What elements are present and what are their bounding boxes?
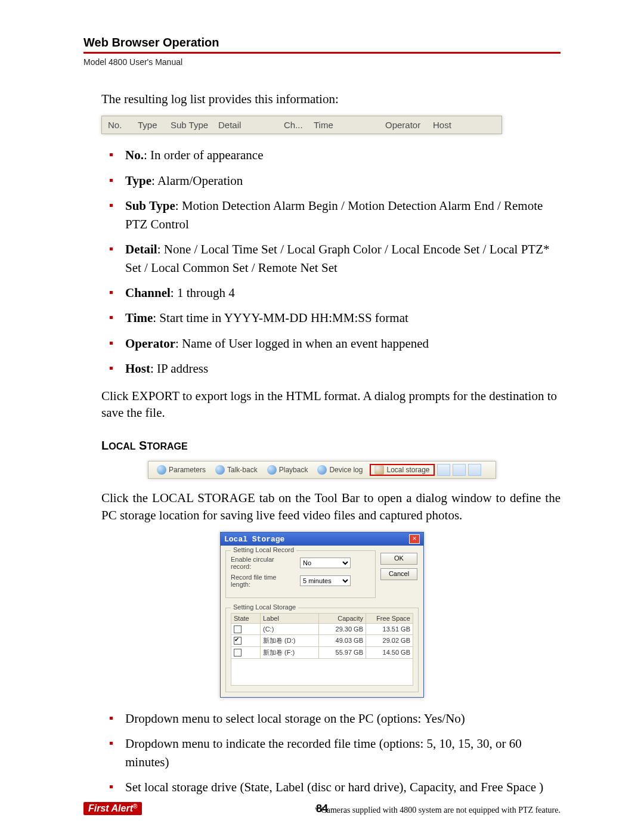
record-length-label: Record file time length:: [231, 574, 296, 588]
drive-free: 14.50 GB: [366, 646, 413, 658]
group-legend: Setting Local Record: [231, 546, 296, 553]
ok-button[interactable]: OK: [380, 553, 417, 565]
group-legend: Setting Local Storage: [231, 603, 298, 611]
list-item: Set local storage drive (State, Label (d…: [119, 778, 561, 796]
table-row: 新加卷 (D:) 49.03 GB 29.02 GB: [231, 634, 413, 646]
drive-label: 新加卷 (D:): [261, 634, 319, 646]
first-alert-logo: First Alert®: [83, 802, 142, 815]
col-capacity: Capacity: [319, 614, 366, 624]
list-item: Detail: None / Local Time Set / Local Gr…: [119, 240, 561, 277]
drive-label: 新加卷 (F:): [261, 646, 319, 658]
dialog-title: Local Storage: [224, 535, 284, 544]
col-free: Free Space: [366, 614, 413, 624]
globe-icon: [157, 465, 166, 475]
toolbar-view-icons: [437, 464, 481, 476]
drive-capacity: 55.97 GB: [319, 646, 366, 658]
header-rule: [83, 52, 561, 54]
page-number: 84: [316, 803, 328, 815]
local-storage-heading: LOCAL STORAGE: [101, 439, 561, 453]
toolbar-parameters[interactable]: Parameters: [152, 464, 210, 476]
storage-table: State Label Capacity Free Space (C:) 29.…: [231, 613, 413, 686]
col-subtype: Sub Type: [171, 120, 218, 130]
col-label: Label: [261, 614, 319, 624]
intro-paragraph: The resulting log list provides this inf…: [83, 91, 561, 107]
toolbar-screenshot: Parameters Talk-back Playback Device log…: [148, 461, 496, 479]
col-host: Host: [433, 120, 469, 130]
setting-local-storage-group: Setting Local Storage State Label Capaci…: [225, 608, 419, 692]
col-no: No.: [108, 120, 138, 130]
list-item: Dropdown menu to indicate the recorded f…: [119, 735, 561, 771]
dialog-titlebar: Local Storage ✕: [221, 532, 423, 546]
storage-options-list: Dropdown menu to select local storage on…: [83, 710, 561, 797]
table-row: 新加卷 (F:) 55.97 GB 14.50 GB: [231, 646, 413, 658]
toolbar-localstorage[interactable]: Local storage: [370, 464, 434, 476]
toolbar-talkback[interactable]: Talk-back: [210, 464, 262, 476]
state-checkbox[interactable]: [234, 649, 242, 657]
list-item: No.: In order of appearance: [119, 146, 561, 164]
enable-circular-select[interactable]: No: [300, 558, 351, 568]
list-item: Dropdown menu to select local storage on…: [119, 710, 561, 727]
col-time: Time: [314, 120, 385, 130]
disk-icon: [374, 465, 384, 475]
list-item: Sub Type: Motion Detection Alarm Begin /…: [119, 197, 561, 233]
list-item: Host: IP address: [119, 360, 561, 377]
view-icon[interactable]: [437, 464, 450, 476]
drive-label: (C:): [261, 624, 319, 635]
globe-icon: [215, 465, 225, 475]
col-channel: Ch...: [284, 120, 314, 130]
col-operator: Operator: [385, 120, 433, 130]
toolbar-devicelog[interactable]: Device log: [312, 464, 367, 476]
export-paragraph: Click EXPORT to export logs in the HTML …: [83, 388, 561, 422]
list-item: Channel: 1 through 4: [119, 284, 561, 302]
table-row: [231, 658, 413, 685]
globe-icon: [317, 465, 327, 475]
view-icon[interactable]: [453, 464, 466, 476]
table-row: (C:) 29.30 GB 13.51 GB: [231, 624, 413, 635]
close-icon[interactable]: ✕: [409, 534, 420, 544]
drive-capacity: 29.30 GB: [319, 624, 366, 635]
record-length-select[interactable]: 5 minutes: [300, 575, 351, 586]
view-icon[interactable]: [468, 464, 481, 476]
drive-capacity: 49.03 GB: [319, 634, 366, 646]
local-storage-paragraph: Click the LOCAL STORAGE tab on the Tool …: [83, 490, 561, 524]
cancel-button[interactable]: Cancel: [380, 568, 417, 580]
state-checkbox[interactable]: [234, 637, 242, 645]
enable-circular-label: Enable circular record:: [231, 556, 296, 570]
toolbar-playback[interactable]: Playback: [262, 464, 313, 476]
col-type: Type: [138, 120, 171, 130]
setting-local-record-group: Setting Local Record Enable circular rec…: [225, 550, 376, 598]
list-item: Operator: Name of User logged in when an…: [119, 335, 561, 352]
table-header-row: State Label Capacity Free Space: [231, 614, 413, 624]
state-checkbox[interactable]: [234, 625, 242, 633]
col-state: State: [231, 614, 261, 624]
chapter-title: Web Browser Operation: [83, 36, 561, 49]
drive-free: 13.51 GB: [366, 624, 413, 635]
field-definitions-list: No.: In order of appearance Type: Alarm/…: [83, 146, 561, 377]
list-item: Type: Alarm/Operation: [119, 172, 561, 190]
drive-free: 29.02 GB: [366, 634, 413, 646]
col-detail: Detail: [218, 120, 284, 130]
globe-icon: [267, 465, 277, 475]
local-storage-dialog: Local Storage ✕ Setting Local Record Ena…: [220, 532, 424, 698]
list-item: Time: Start time in YYYY-MM-DD HH:MM:SS …: [119, 309, 561, 327]
log-columns-header: No. Type Sub Type Detail Ch... Time Oper…: [101, 116, 502, 134]
manual-subtitle: Model 4800 User's Manual: [83, 57, 561, 67]
